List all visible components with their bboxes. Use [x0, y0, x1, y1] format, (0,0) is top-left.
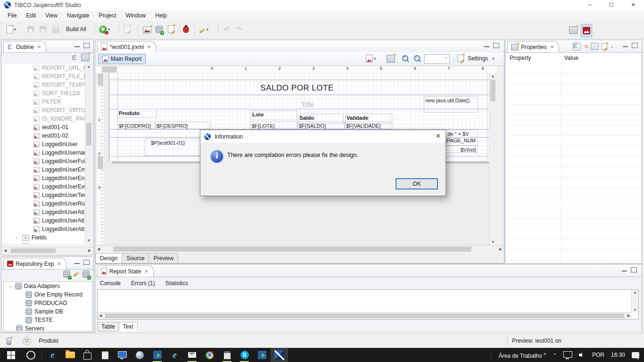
- taskbar-media-app-2[interactable]: [253, 348, 271, 362]
- compile-button[interactable]: [124, 25, 131, 34]
- canvas-vertical-scrollbar[interactable]: ▲ ▼: [489, 73, 496, 245]
- outline-tree-item[interactable]: LoggedInUserRol: [2, 199, 85, 208]
- taskbar-chrome[interactable]: [201, 348, 218, 362]
- outline-tree-item[interactable]: LoggedInUserTer: [2, 191, 85, 199]
- status-flask-icon[interactable]: [7, 337, 11, 345]
- outline-tree-item[interactable]: REPORT_FILE_RES: [2, 72, 85, 81]
- outline-tree-item[interactable]: LoggedInUserExt: [2, 182, 85, 191]
- close-window-button[interactable]: ✕: [622, 0, 644, 10]
- taskbar-edge[interactable]: e: [44, 348, 61, 362]
- outline-tree-item[interactable]: LoggedInUserFul: [2, 157, 85, 165]
- debug-button[interactable]: [183, 25, 189, 34]
- taskbar-media-app[interactable]: [149, 348, 166, 362]
- expand-chevron-icon[interactable]: ›: [16, 235, 20, 240]
- create-data-adapter-icon[interactable]: [63, 271, 70, 278]
- properties-menu-icon[interactable]: ⌄: [610, 44, 613, 49]
- list-view-button[interactable]: [387, 55, 395, 63]
- scroll-up-icon[interactable]: ▲: [632, 290, 638, 295]
- editor-mode-tab[interactable]: Preview: [149, 253, 178, 263]
- menu-item[interactable]: View: [41, 11, 62, 20]
- outline-tree-item-fields[interactable]: › # Fields: [2, 233, 85, 242]
- settings-button[interactable]: Settings▾: [468, 55, 494, 62]
- undo-button[interactable]: ↶: [224, 25, 230, 34]
- outline-tree-item[interactable]: iest001-01: [2, 123, 85, 132]
- scroll-right-icon[interactable]: ▶: [88, 248, 91, 253]
- show-bands-button[interactable]: ▾: [366, 55, 376, 63]
- outline-tree-item[interactable]: REPORT_VIRTUAL: [2, 106, 85, 115]
- language-indicator[interactable]: POR: [592, 352, 604, 358]
- taskbar-file-explorer[interactable]: [61, 348, 79, 362]
- value-column-header[interactable]: Value: [564, 55, 578, 61]
- outline-tree-item[interactable]: LoggedInUserAtt: [2, 225, 85, 233]
- dialog-close-icon[interactable]: ✕: [436, 132, 441, 140]
- outline-tab[interactable]: Outline ✕: [3, 41, 46, 52]
- start-button[interactable]: [0, 348, 22, 362]
- maximize-window-button[interactable]: ☐: [601, 0, 622, 10]
- scroll-left-icon[interactable]: ◀: [4, 248, 7, 253]
- outline-tree-item[interactable]: LoggedInUsernar: [2, 148, 85, 157]
- outline-minimize-icon[interactable]: [74, 43, 80, 47]
- editor-tab-close-icon[interactable]: ✕: [147, 44, 151, 49]
- taskbar-notepad[interactable]: [96, 348, 114, 362]
- tree-item-data-adapters[interactable]: ⌄ Data Adapters: [4, 282, 92, 290]
- scroll-right-icon[interactable]: ▶: [627, 313, 630, 318]
- outline-tree-item[interactable]: LoggedInUserAtt: [2, 216, 85, 225]
- report-state-tab-item[interactable]: Statistics: [165, 280, 188, 287]
- open-perspective-button[interactable]: [569, 25, 578, 35]
- column-header-lote[interactable]: Lote: [251, 110, 297, 120]
- desktop-toolbar-label[interactable]: Área de Trabalho »: [499, 351, 546, 359]
- menu-item[interactable]: Window: [121, 11, 151, 20]
- column-header-produto[interactable]: Produto: [117, 109, 157, 118]
- scroll-down-icon[interactable]: ▼: [489, 240, 496, 244]
- scroll-down-icon[interactable]: ▼: [85, 239, 92, 243]
- scroll-up-icon[interactable]: ▲: [85, 65, 92, 69]
- zoom-level-combo[interactable]: [424, 54, 450, 64]
- toolbar-chevrons-icon[interactable]: »: [544, 351, 546, 356]
- param-expression-field[interactable]: $P{iest001-01}: [145, 139, 203, 156]
- menu-item[interactable]: Project: [94, 11, 121, 20]
- properties-maximize-icon[interactable]: [632, 43, 638, 48]
- scroll-left-icon[interactable]: ◀: [97, 247, 100, 251]
- tree-item-data-adapter[interactable]: TESTE: [4, 316, 92, 324]
- outline-tree-item[interactable]: IS_IGNORE_PAGIN: [2, 115, 85, 123]
- outline-close-icon[interactable]: ✕: [37, 44, 41, 49]
- outline-tree-item[interactable]: LoggedInUserEm: [2, 165, 85, 174]
- editor-maximize-icon[interactable]: [493, 43, 499, 48]
- properties-tab[interactable]: Properties ✕: [507, 41, 559, 52]
- editor-tab-iest001[interactable]: *iest001.jrxml ✕: [97, 41, 156, 52]
- console-view-tab[interactable]: Text: [119, 322, 138, 331]
- new-style-button[interactable]: [168, 25, 174, 34]
- properties-table-icon[interactable]: [591, 43, 599, 50]
- print-button[interactable]: [52, 25, 59, 34]
- taskbar-internet-explorer[interactable]: e: [166, 348, 183, 362]
- outline-tree-mode-icon[interactable]: [72, 55, 78, 61]
- save-button[interactable]: [27, 25, 34, 34]
- outline-tree-item[interactable]: REPORT_TEMPLA: [2, 81, 85, 89]
- field-despro[interactable]: $F{DESPRO}: [155, 122, 210, 129]
- field-lote[interactable]: $F{LOTE}: [250, 122, 297, 129]
- zoom-out-button[interactable]: −: [413, 55, 421, 63]
- console-output[interactable]: ▲ ▼ ◀ ▶: [97, 289, 639, 320]
- run-report-button[interactable]: ▾: [99, 25, 110, 34]
- jaspersoft-perspective-button[interactable]: [581, 24, 592, 37]
- menu-item[interactable]: Help: [150, 11, 172, 20]
- band-separator[interactable]: [109, 95, 495, 95]
- new-report-button[interactable]: ▾: [7, 25, 16, 34]
- date-expression-field[interactable]: new java.util.Date(): [424, 96, 478, 113]
- cortana-button[interactable]: [22, 348, 40, 362]
- minimize-window-button[interactable]: ─: [579, 0, 601, 10]
- menu-item[interactable]: Edit: [21, 11, 41, 20]
- canvas-horizontal-scrollbar[interactable]: ◀ ▶: [95, 245, 504, 253]
- new-image-button[interactable]: [143, 25, 151, 34]
- redo-button[interactable]: ↷: [236, 25, 242, 34]
- clock[interactable]: 16:30: [611, 352, 625, 358]
- save-all-button[interactable]: [40, 25, 46, 34]
- editor-mode-tab[interactable]: Source: [122, 253, 149, 263]
- scroll-up-icon[interactable]: ▲: [489, 74, 496, 78]
- import-icon[interactable]: [73, 271, 80, 277]
- report-state-tab-item[interactable]: Errors (1): [131, 280, 155, 287]
- repository-maximize-icon[interactable]: [83, 260, 90, 265]
- create-server-icon[interactable]: [83, 271, 90, 278]
- report-state-tab[interactable]: Report State ✕: [97, 265, 154, 277]
- properties-close-icon[interactable]: ✕: [550, 44, 554, 49]
